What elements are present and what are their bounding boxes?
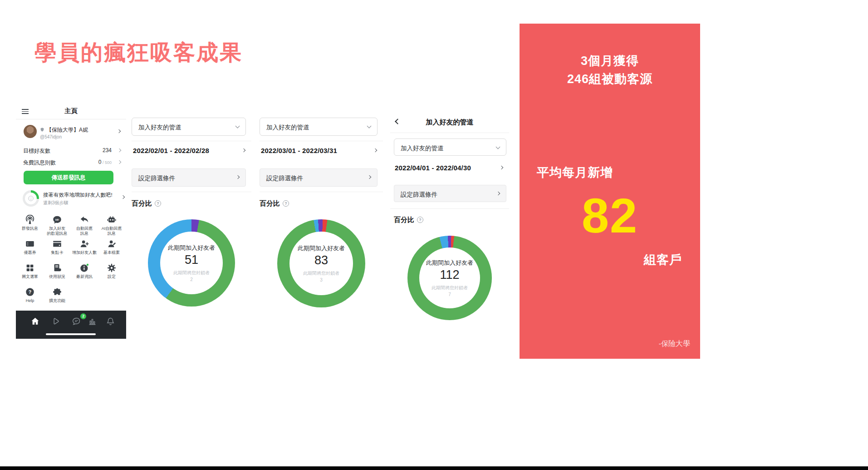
stats-panel-april: 加入好友的管道 加入好友的管道 2022/04/01 - 2022/04/30 … (390, 114, 509, 320)
menu-item-extensions[interactable]: 擴充功能 (44, 286, 71, 310)
chevron-right-icon (373, 148, 377, 152)
menu-item-add-friends[interactable]: 增加好友人數 (71, 237, 98, 262)
menu-item-label: 使用狀況 (49, 274, 65, 279)
menu-item-label: 最新資訊 (76, 274, 93, 279)
joined-label: 此期間加入好友者 (168, 244, 215, 252)
menu-item-label: 群發訊息 (22, 226, 38, 231)
joined-label: 此期間加入好友者 (298, 244, 345, 252)
menu-item-welcome-message[interactable]: 加入好友 的歡迎訊息 (44, 213, 71, 237)
home-indicator-bar (46, 333, 96, 335)
slide-canvas: 學員的瘋狂吸客成果 主頁 【保險大學】A妮 @547idjon 目標好友數 23… (0, 0, 868, 470)
blocked-label: 此期間將您封鎖者 (303, 270, 339, 277)
chevron-right-icon (496, 192, 500, 195)
menu-item-label: 擴充功能 (49, 298, 65, 303)
friend-channel-dropdown[interactable]: 加入好友的管道 (394, 139, 506, 156)
face-icon (27, 195, 34, 202)
menu-item-reward-card[interactable]: 集點卡 (44, 237, 71, 262)
joined-value: 51 (185, 253, 198, 267)
voom-tab[interactable] (51, 317, 60, 326)
menu-item-basic-profile[interactable]: 基本檔案 (98, 237, 125, 262)
menu-item-label: 加入好友 的歡迎訊息 (47, 226, 68, 236)
help-icon (25, 287, 35, 297)
filter-settings-button[interactable]: 設定篩選條件 (260, 168, 378, 187)
menu-item-label: 自動回應 訊息 (76, 226, 93, 236)
chevron-down-icon (496, 145, 500, 149)
date-range-selector[interactable]: 2022/03/01 - 2022/03/31 (260, 147, 383, 156)
phone-header-title: 主頁 (16, 107, 126, 115)
line-app-home-screen: 主頁 【保險大學】A妮 @547idjon 目標好友數 234 免費訊息則數 0… (16, 104, 126, 341)
percentage-section-title: 百分比 (132, 199, 251, 208)
chevron-right-icon (118, 148, 121, 152)
chevron-right-icon[interactable] (117, 129, 121, 133)
tip-text: 接著有效率地增加好友人數吧! (43, 192, 116, 198)
stats-panel-february: 加入好友的管道 2022/02/01 - 2022/02/28 設定篩選條件 百… (132, 114, 251, 307)
steps-progress-ring (23, 190, 39, 207)
basic-profile-icon (107, 239, 117, 249)
target-friends-row[interactable]: 目標好友數 234 (23, 147, 122, 154)
menu-item-help[interactable]: Help (16, 286, 44, 310)
chevron-right-icon (242, 148, 245, 152)
coupon-icon (25, 239, 35, 249)
avatar[interactable] (24, 125, 37, 138)
menu-item-broadcast[interactable]: 群發訊息 (16, 213, 44, 237)
menu-item-ai-auto-reply[interactable]: AI自動回應 訊息 (98, 213, 125, 237)
divider (260, 192, 383, 192)
help-circle-icon[interactable] (155, 200, 161, 207)
filter-settings-button[interactable]: 設定篩選條件 (394, 185, 506, 202)
menu-item-label: 圖文選單 (22, 274, 38, 279)
row-value: 0 / 500 (98, 159, 112, 165)
chevron-right-icon (368, 175, 371, 179)
panel-title: 加入好友的管道 (390, 118, 509, 127)
summary-average-label: 平均每月新增 (537, 164, 613, 181)
broadcast-icon (25, 215, 35, 225)
tip-subtext: 還剩3個步驟 (43, 200, 69, 206)
menu-item-label: 集點卡 (51, 250, 64, 255)
divider (390, 208, 509, 209)
joined-value: 83 (314, 253, 328, 267)
divider (390, 133, 509, 133)
chat-unread-badge: 2 (80, 313, 86, 319)
home-menu-grid: 群發訊息加入好友 的歡迎訊息自動回應 訊息AI自動回應 訊息優惠券集點卡增加好友… (16, 213, 125, 310)
ai-auto-reply-icon (107, 215, 117, 225)
insights-tab[interactable] (88, 317, 97, 326)
chevron-right-icon (118, 160, 121, 164)
divider (132, 141, 251, 141)
notifications-tab[interactable] (106, 317, 115, 326)
add-friends-icon (79, 239, 89, 249)
extensions-icon (52, 287, 62, 297)
friend-channel-dropdown[interactable]: 加入好友的管道 (132, 118, 246, 136)
menu-item-label: AI自動回應 訊息 (102, 226, 122, 236)
menu-item-settings[interactable]: 設定 (98, 262, 125, 286)
date-range-selector[interactable]: 2022/04/01 - 2022/04/30 (390, 164, 509, 173)
send-broadcast-button[interactable]: 傳送群發訊息 (24, 171, 113, 184)
free-messages-row[interactable]: 免費訊息則數 0 / 500 (23, 159, 122, 166)
menu-item-coupon[interactable]: 優惠券 (16, 237, 44, 262)
summary-unit-label: 組客戶 (644, 252, 682, 268)
menu-item-rich-menu[interactable]: 圖文選單 (16, 262, 44, 286)
help-circle-icon[interactable] (417, 217, 423, 223)
menu-item-label: Help (26, 298, 34, 303)
joined-value: 112 (440, 268, 459, 282)
date-range-selector[interactable]: 2022/02/01 - 2022/02/28 (132, 147, 251, 156)
chat-bubble-icon (72, 317, 81, 326)
usage-status-icon (52, 263, 62, 273)
filter-settings-button[interactable]: 設定篩選條件 (132, 168, 246, 187)
blocked-label: 此期間將您封鎖者 (432, 285, 468, 291)
row-value: 234 (103, 147, 112, 153)
welcome-message-icon (52, 215, 62, 225)
chevron-right-icon[interactable] (121, 195, 125, 199)
friend-channel-dropdown[interactable]: 加入好友的管道 (260, 118, 378, 136)
chat-tab[interactable] (72, 317, 81, 326)
summary-panel: 3個月獲得 246組被動客源 平均每月新增 82 組客戶 -保險大學 (520, 24, 700, 359)
account-id: @547idjon (40, 134, 62, 139)
account-name: 【保險大學】A妮 (46, 126, 88, 134)
summary-signature: -保險大學 (659, 339, 690, 349)
help-circle-icon[interactable] (283, 200, 289, 207)
percentage-section-title: 百分比 (260, 199, 383, 208)
menu-item-usage-status[interactable]: 使用狀況 (44, 262, 71, 286)
panel-header: 加入好友的管道 (390, 118, 509, 129)
menu-item-auto-reply[interactable]: 自動回應 訊息 (71, 213, 98, 237)
menu-item-latest-news[interactable]: 最新資訊 (71, 262, 98, 286)
reward-card-icon (52, 239, 62, 249)
home-tab[interactable] (30, 317, 40, 326)
